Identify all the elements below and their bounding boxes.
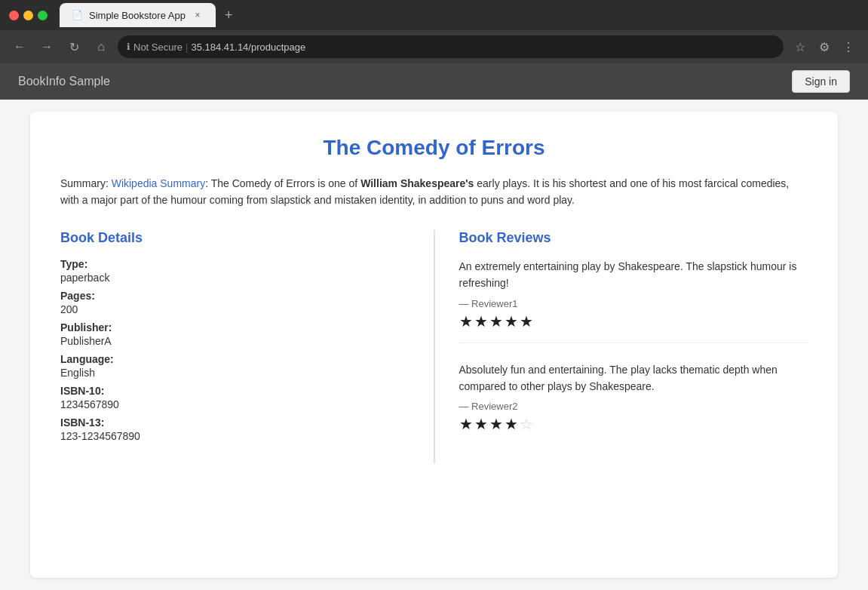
summary-text-part1: : The Comedy of Errors is one of bbox=[205, 177, 360, 189]
details-title: Book Details bbox=[60, 230, 409, 246]
app-header: BookInfo Sample Sign in bbox=[0, 63, 868, 100]
tab-bar: 📄 Simple Bookstore App × + bbox=[60, 3, 859, 27]
tab-page-icon: 📄 bbox=[72, 10, 83, 20]
active-tab[interactable]: 📄 Simple Bookstore App × bbox=[60, 3, 216, 27]
separator: | bbox=[186, 41, 188, 53]
info-icon: ℹ bbox=[127, 41, 130, 52]
extensions-button[interactable]: ⚙ bbox=[814, 36, 835, 57]
url-text: 35.184.41.14/productpage bbox=[191, 41, 305, 53]
reviews-title: Book Reviews bbox=[459, 230, 808, 246]
menu-button[interactable]: ⋮ bbox=[838, 36, 859, 57]
minimize-button[interactable] bbox=[23, 11, 33, 20]
reviewer-name-2: — Reviewer2 bbox=[459, 401, 808, 412]
tab-title: Simple Bookstore App bbox=[89, 10, 186, 21]
not-secure-label: Not Secure bbox=[133, 41, 182, 53]
tab-close-button[interactable]: × bbox=[192, 9, 204, 21]
address-bar: ← → ↻ ⌂ ℹ Not Secure | 35.184.41.14/prod… bbox=[0, 30, 868, 63]
stars-2: ★★★★☆ bbox=[459, 415, 808, 433]
title-bar: 📄 Simple Bookstore App × + bbox=[0, 0, 868, 30]
author-name: William Shakespeare's bbox=[360, 177, 474, 189]
review-text-2: Absolutely fun and entertaining. The pla… bbox=[459, 361, 808, 395]
publisher-value: PublisherA bbox=[60, 335, 409, 347]
toolbar-icons: ☆ ⚙ ⋮ bbox=[790, 36, 859, 57]
home-button[interactable]: ⌂ bbox=[90, 36, 112, 57]
isbn10-value: 1234567890 bbox=[60, 398, 409, 410]
pages-label: Pages: bbox=[60, 290, 409, 302]
page-content: The Comedy of Errors Summary: Wikipedia … bbox=[30, 112, 838, 578]
app-frame: BookInfo Sample Sign in The Comedy of Er… bbox=[0, 63, 868, 590]
browser-window: 📄 Simple Bookstore App × + ← → ↻ ⌂ ℹ Not… bbox=[0, 0, 868, 590]
traffic-lights bbox=[9, 11, 48, 20]
stars-1: ★★★★★ bbox=[459, 312, 808, 330]
back-button[interactable]: ← bbox=[9, 36, 30, 57]
maximize-button[interactable] bbox=[38, 11, 48, 20]
wikipedia-link[interactable]: Wikipedia Summary bbox=[112, 177, 205, 189]
bookmark-button[interactable]: ☆ bbox=[790, 36, 811, 57]
publisher-label: Publisher: bbox=[60, 321, 409, 333]
isbn13-label: ISBN-13: bbox=[60, 416, 409, 429]
type-value: paperback bbox=[60, 272, 409, 284]
sign-in-button[interactable]: Sign in bbox=[792, 70, 850, 93]
isbn13-value: 123-1234567890 bbox=[60, 430, 409, 442]
refresh-button[interactable]: ↻ bbox=[63, 36, 84, 57]
address-input[interactable]: ℹ Not Secure | 35.184.41.14/productpage bbox=[118, 35, 784, 58]
book-reviews-column: Book Reviews An extremely entertaining p… bbox=[435, 230, 808, 464]
book-details-column: Book Details Type: paperback Pages: 200 … bbox=[60, 230, 435, 464]
review-item-2: Absolutely fun and entertaining. The pla… bbox=[459, 361, 808, 446]
security-info: ℹ Not Secure | 35.184.41.14/productpage bbox=[127, 41, 305, 53]
review-item-1: An extremely entertaining play by Shakes… bbox=[459, 258, 808, 343]
type-label: Type: bbox=[60, 258, 409, 270]
isbn10-label: ISBN-10: bbox=[60, 385, 409, 397]
forward-button[interactable]: → bbox=[36, 36, 57, 57]
language-label: Language: bbox=[60, 353, 409, 365]
reviewer-name-1: — Reviewer1 bbox=[459, 298, 808, 309]
close-button[interactable] bbox=[9, 11, 19, 20]
book-summary: Summary: Wikipedia Summary: The Comedy o… bbox=[60, 175, 808, 209]
new-tab-button[interactable]: + bbox=[219, 5, 239, 26]
review-text-1: An extremely entertaining play by Shakes… bbox=[459, 258, 808, 292]
language-value: English bbox=[60, 367, 409, 379]
app-title: BookInfo Sample bbox=[18, 75, 110, 88]
book-title: The Comedy of Errors bbox=[60, 136, 808, 160]
summary-label: Summary: bbox=[60, 177, 109, 189]
pages-value: 200 bbox=[60, 303, 409, 315]
content-columns: Book Details Type: paperback Pages: 200 … bbox=[60, 230, 808, 464]
